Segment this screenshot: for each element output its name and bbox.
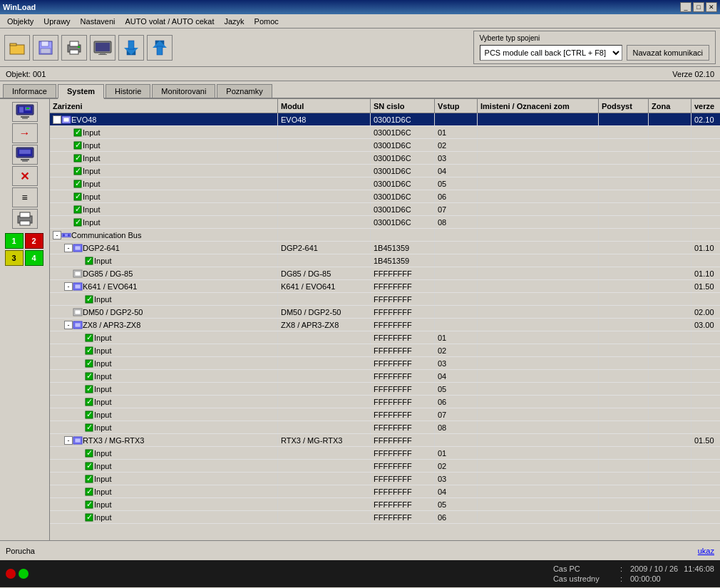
expand-btn[interactable]: - <box>53 231 61 239</box>
tab-poznamky[interactable]: Poznamky <box>217 84 272 98</box>
connection-label: Vyberte typ spojeni <box>480 34 709 42</box>
table-cell: 04 <box>435 165 478 177</box>
table-row[interactable]: -DGP2-641DGP2-6411B45135901.10 <box>50 242 720 254</box>
table-cell <box>278 447 371 459</box>
table-row[interactable]: ✓InputFFFFFFFF01 <box>50 331 720 344</box>
table-cell <box>649 396 691 408</box>
time-row-ust: Cas ustredny : 00:00:00 <box>553 574 714 583</box>
menu-jazyk[interactable]: Jazyk <box>220 14 248 28</box>
table-row[interactable]: ✓InputFFFFFFFF <box>50 293 720 306</box>
table-container: Zarizeni Modul SN cislo Vstup Imisteni /… <box>50 99 720 540</box>
table-row[interactable]: ✓Input1B451359 <box>50 254 720 267</box>
device-btn[interactable] <box>12 102 38 122</box>
tree-icon: ✓ <box>73 179 83 189</box>
expand-btn[interactable]: - <box>53 115 61 124</box>
menu-pomoc[interactable]: Pomoc <box>250 14 283 28</box>
minimize-btn[interactable]: _ <box>680 2 691 12</box>
table-row[interactable]: ✓InputFFFFFFFF06 <box>50 511 720 524</box>
table-row[interactable]: ✓Input03001D6C05 <box>50 177 720 190</box>
table-row[interactable]: ✓Input03001D6C01 <box>50 126 720 139</box>
table-row[interactable]: ✓Input03001D6C03 <box>50 152 720 165</box>
table-row[interactable]: ✓InputFFFFFFFF02 <box>50 344 720 357</box>
print-button[interactable] <box>61 35 87 61</box>
svg-rect-24 <box>22 118 28 119</box>
close-btn[interactable]: ✕ <box>706 2 717 12</box>
expand-btn[interactable]: - <box>64 436 73 445</box>
num-btn-4[interactable]: 4 <box>25 250 43 266</box>
table-cell <box>599 280 649 292</box>
table-cell <box>649 485 691 497</box>
download-button[interactable] <box>118 35 144 61</box>
table-row[interactable]: -Communication Bus <box>50 229 720 242</box>
delete-btn[interactable]: ✕ <box>12 166 38 186</box>
table-row[interactable]: ✓InputFFFFFFFF03 <box>50 357 720 370</box>
table-row[interactable]: ✓Input03001D6C07 <box>50 203 720 216</box>
save-button[interactable] <box>33 35 58 61</box>
menu-uprawy[interactable]: Uprawy <box>39 14 74 28</box>
menu-auto[interactable]: AUTO volat / AUTO cekat <box>121 14 219 28</box>
table-row[interactable]: ✓InputFFFFFFFF03 <box>50 473 720 485</box>
table-row[interactable]: DM50 / DGP2-50DM50 / DGP2-50FFFFFFFF02.0… <box>50 306 720 319</box>
list-btn[interactable]: ≡ <box>12 187 38 207</box>
num-btn-2[interactable]: 2 <box>25 233 43 249</box>
tab-informace[interactable]: Informace <box>3 84 56 98</box>
status-link[interactable]: ukaz <box>698 547 714 555</box>
expand-btn[interactable]: - <box>64 321 73 329</box>
expand-btn[interactable]: - <box>64 282 73 291</box>
tree-text: Input <box>94 475 111 483</box>
table-row[interactable]: ✓InputFFFFFFFF07 <box>50 408 720 421</box>
table-cell: FFFFFFFF <box>371 383 435 395</box>
expand-btn[interactable]: - <box>64 244 73 252</box>
connect-button[interactable]: Navazat komunikaci <box>627 45 709 61</box>
table-row[interactable]: ✓Input03001D6C02 <box>50 139 720 152</box>
table-cell <box>478 267 599 279</box>
table-row[interactable]: ✓InputFFFFFFFF08 <box>50 421 720 434</box>
table-row[interactable]: ✓Input03001D6C04 <box>50 165 720 177</box>
connection-select[interactable]: PCS module call back [CTRL + F8] <box>480 45 622 61</box>
table-row[interactable]: ✓InputFFFFFFFF05 <box>50 498 720 511</box>
maximize-btn[interactable]: □ <box>693 2 704 12</box>
table-row[interactable]: ✓InputFFFFFFFF04 <box>50 370 720 383</box>
menu-nastaveni[interactable]: Nastaveni <box>76 14 120 28</box>
table-row[interactable]: ✓InputFFFFFFFF04 <box>50 485 720 498</box>
main-content: → ✕ ≡ 1 2 3 4 <box>0 99 720 540</box>
menu-objekty[interactable]: Objekty <box>3 14 38 28</box>
table-cell: 02 <box>435 460 478 472</box>
tree-cell: ✓Input <box>50 203 278 215</box>
num-btn-1[interactable]: 1 <box>5 233 24 249</box>
table-row[interactable]: ✓InputFFFFFFFF05 <box>50 383 720 396</box>
upload-button[interactable] <box>147 35 173 61</box>
table-scroll[interactable]: -EVO48EVO4803001D6C02.10✓Input03001D6C01… <box>50 113 720 540</box>
tab-historie[interactable]: Historie <box>106 84 150 98</box>
table-cell: 03001D6C <box>371 113 435 125</box>
connection-area: Vyberte typ spojeni PCS module call back… <box>473 31 716 64</box>
table-cell <box>649 383 691 395</box>
table-cell <box>649 229 691 241</box>
tab-monitorovani[interactable]: Monitorovani <box>152 84 215 98</box>
table-cell <box>649 357 691 369</box>
tab-system[interactable]: System <box>58 84 104 99</box>
arrow-right-btn[interactable]: → <box>12 123 38 143</box>
monitor-button[interactable] <box>90 35 115 61</box>
tree-cell: ✓Input <box>50 498 278 510</box>
table-cell <box>599 267 649 279</box>
table-row[interactable]: ✓InputFFFFFFFF02 <box>50 460 720 473</box>
table-row[interactable]: -RTX3 / MG-RTX3RTX3 / MG-RTX3FFFFFFFF01.… <box>50 434 720 447</box>
table-row[interactable]: ✓Input03001D6C06 <box>50 190 720 203</box>
table-row[interactable]: DG85 / DG-85DG85 / DG-85FFFFFFFF01.10 <box>50 267 720 280</box>
tree-text: DG85 / DG-85 <box>83 269 133 278</box>
table-cell: 1B451359 <box>371 242 435 254</box>
table-cell <box>649 511 691 523</box>
print2-btn[interactable] <box>12 209 38 229</box>
table-row[interactable]: -K641 / EVO641K641 / EVO641FFFFFFFF01.50 <box>50 280 720 293</box>
tree-text: Input <box>94 257 111 265</box>
table-row[interactable]: ✓InputFFFFFFFF01 <box>50 447 720 460</box>
table-cell: 01 <box>435 126 478 138</box>
table-row[interactable]: -ZX8 / APR3-ZX8ZX8 / APR3-ZX8FFFFFFFF03.… <box>50 319 720 331</box>
open-button[interactable] <box>4 35 30 61</box>
table-row[interactable]: -EVO48EVO4803001D6C02.10 <box>50 113 720 126</box>
table-row[interactable]: ✓InputFFFFFFFF06 <box>50 396 720 408</box>
device2-btn[interactable] <box>12 145 38 165</box>
num-btn-3[interactable]: 3 <box>5 250 24 266</box>
table-row[interactable]: ✓Input03001D6C08 <box>50 216 720 229</box>
